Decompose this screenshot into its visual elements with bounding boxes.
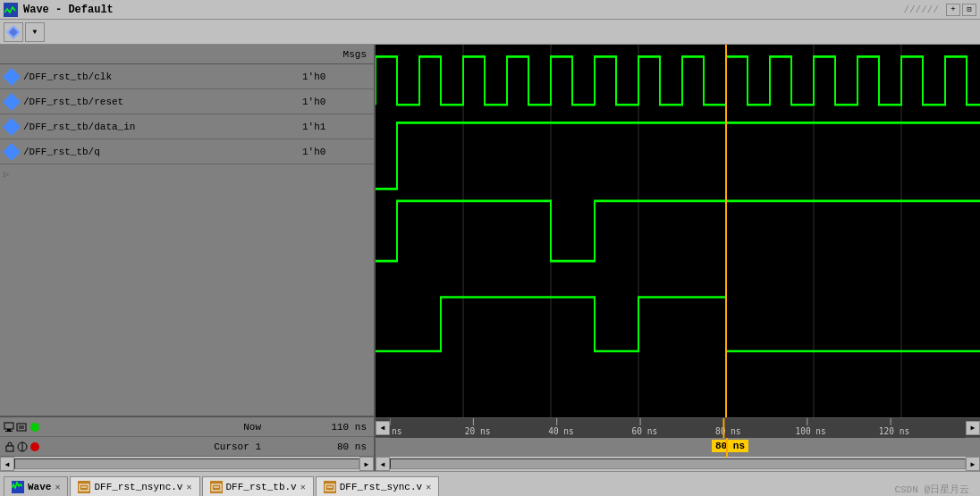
- signal-diamond-1: [3, 93, 21, 111]
- cursor-wave-row: 80 ns: [376, 437, 980, 457]
- svg-point-12: [30, 442, 39, 451]
- tab-wave[interactable]: Wave ✕: [4, 476, 68, 496]
- svg-rect-2: [4, 423, 13, 429]
- timeline-bar: ◀ ns 20 ns 40 ns 60 ns 80 ns: [376, 417, 980, 437]
- signal-name-1: /DFF_rst_tb/reset: [23, 97, 302, 107]
- toolbar: ▼: [0, 20, 980, 45]
- svg-point-8: [30, 423, 39, 432]
- module-tab-icon-3: [324, 481, 336, 493]
- title-plus-btn[interactable]: +: [946, 4, 960, 16]
- cursor-icon: [16, 441, 29, 453]
- title-max-btn[interactable]: ⊡: [962, 4, 976, 16]
- tab-nsync-close[interactable]: ✕: [186, 482, 191, 492]
- now-status-row: Now 110 ns: [0, 417, 374, 437]
- computer-icon: [4, 421, 16, 433]
- lock-icon: [4, 441, 16, 453]
- svg-text:100 ns: 100 ns: [795, 426, 825, 436]
- tab-nsync-label: DFF_rst_nsync.v: [94, 482, 182, 492]
- left-scrollbar[interactable]: ◀ ▶: [0, 457, 374, 471]
- svg-rect-9: [6, 446, 13, 451]
- signal-row[interactable]: /DFF_rst_tb/data_in 1'h1: [0, 114, 374, 139]
- now-label: Now: [45, 422, 266, 433]
- cursor-time-label: 80 ns: [712, 440, 748, 452]
- toolbar-icon-1[interactable]: [4, 22, 23, 42]
- svg-rect-13: [376, 45, 980, 417]
- tab-wave-close[interactable]: ✕: [55, 482, 60, 492]
- waveform-svg: [376, 45, 980, 417]
- tab-bar: Wave ✕ DFF_rst_nsync.v ✕ DFF_rst_tb.v ✕: [0, 471, 980, 496]
- wave-panel: ◀ ns 20 ns 40 ns 60 ns 80 ns: [376, 45, 980, 471]
- red-icon: [29, 441, 41, 453]
- title-bar-icon: [4, 3, 18, 17]
- signal-diamond-0: [3, 68, 21, 86]
- cursor-wave-area: 80 ns: [376, 438, 980, 458]
- svg-text:ns: ns: [392, 426, 401, 436]
- signal-name-3: /DFF_rst_tb/q: [23, 147, 302, 157]
- svg-text:80 ns: 80 ns: [715, 426, 741, 436]
- left-panel: Msgs /DFF_rst_tb/clk 1'h0 /DFF_rst_tb/re…: [0, 45, 376, 471]
- signal-value-0: 1'h0: [302, 71, 374, 82]
- module-tab-icon-1: [78, 481, 90, 493]
- tab-tb-close[interactable]: ✕: [300, 482, 306, 492]
- signal-row[interactable]: /DFF_rst_tb/clk 1'h0: [0, 64, 374, 89]
- svg-rect-3: [7, 429, 11, 431]
- wave-scroll-right-btn[interactable]: ▶: [966, 457, 980, 471]
- signal-name-col-header: [0, 53, 266, 56]
- title-bar: Wave - Default ////// + ⊡: [0, 0, 980, 20]
- svg-rect-4: [5, 431, 13, 432]
- timeline-scroll-right[interactable]: ▶: [966, 421, 980, 435]
- toolbar-dropdown-btn[interactable]: ▼: [25, 22, 45, 42]
- signal-value-1: 1'h0: [302, 97, 374, 107]
- signal-value-3: 1'h0: [302, 147, 374, 157]
- module-tab-icon-2: [210, 481, 223, 493]
- empty-signal-area: ▷: [0, 164, 374, 325]
- tab-tb-label: DFF_rst_tb.v: [226, 482, 297, 492]
- wave-canvas-area[interactable]: [376, 45, 980, 417]
- cursor-label: Cursor 1: [45, 441, 266, 452]
- cursor-status-row: Cursor 1 80 ns: [0, 437, 374, 457]
- cursor-value: 80 ns: [266, 441, 374, 452]
- signal-list-header: Msgs: [0, 45, 374, 64]
- signal-row[interactable]: /DFF_rst_tb/q 1'h0: [0, 139, 374, 164]
- signal-value-2: 1'h1: [302, 122, 374, 132]
- status-icons-1: [0, 421, 45, 433]
- status-icons-2: [0, 441, 45, 453]
- signal-list: /DFF_rst_tb/clk 1'h0 /DFF_rst_tb/reset 1…: [0, 64, 374, 416]
- signal-diamond-2: [3, 118, 21, 136]
- wave-tab-icon: [12, 481, 24, 493]
- content-area: Msgs /DFF_rst_tb/clk 1'h0 /DFF_rst_tb/re…: [0, 45, 980, 471]
- scroll-left-btn[interactable]: ◀: [0, 457, 14, 471]
- wave-scroll-left-btn[interactable]: ◀: [376, 457, 390, 471]
- svg-text:120 ns: 120 ns: [879, 426, 909, 436]
- tab-sync-close[interactable]: ✕: [426, 482, 431, 492]
- wave-scrollbar[interactable]: ◀ ▶: [376, 457, 980, 471]
- scroll-track-left[interactable]: [14, 458, 359, 469]
- svg-text:40 ns: 40 ns: [548, 426, 574, 436]
- timeline-scroll-left[interactable]: ◀: [376, 421, 390, 435]
- tab-sync[interactable]: DFF_rst_sync.v ✕: [316, 476, 439, 496]
- tab-nsync[interactable]: DFF_rst_nsync.v ✕: [70, 476, 199, 496]
- main-container: ▼ Msgs /DFF_rst_tb/clk 1'h0 /DFF_rst_tb/…: [0, 20, 980, 471]
- msgs-col-header: Msgs: [266, 47, 374, 62]
- title-bar-separator: //////: [903, 4, 939, 15]
- title-bar-buttons: + ⊡: [946, 4, 976, 16]
- green-dot-icon: [29, 421, 41, 433]
- tab-tb[interactable]: DFF_rst_tb.v ✕: [202, 476, 314, 496]
- tab-wave-label: Wave: [28, 482, 51, 492]
- svg-text:20 ns: 20 ns: [465, 426, 491, 436]
- signal-diamond-3: [3, 143, 21, 161]
- scroll-right-btn[interactable]: ▶: [359, 457, 374, 471]
- title-bar-title: Wave - Default: [23, 4, 896, 16]
- cursor-tick: [726, 438, 728, 458]
- watermark: CSDN @日星月云: [894, 483, 976, 496]
- now-value: 110 ns: [266, 422, 374, 433]
- signal-row[interactable]: /DFF_rst_tb/reset 1'h0: [0, 89, 374, 114]
- tab-sync-label: DFF_rst_sync.v: [340, 482, 422, 492]
- svg-rect-5: [17, 424, 26, 431]
- signal-name-0: /DFF_rst_tb/clk: [23, 71, 302, 82]
- timeline-track[interactable]: ns 20 ns 40 ns 60 ns 80 ns 100 ns 120 ns: [390, 418, 966, 437]
- left-status: Now 110 ns: [0, 416, 374, 457]
- signal-name-2: /DFF_rst_tb/data_in: [23, 122, 302, 132]
- wave-scroll-track[interactable]: [390, 458, 966, 469]
- list-icon: [16, 421, 29, 433]
